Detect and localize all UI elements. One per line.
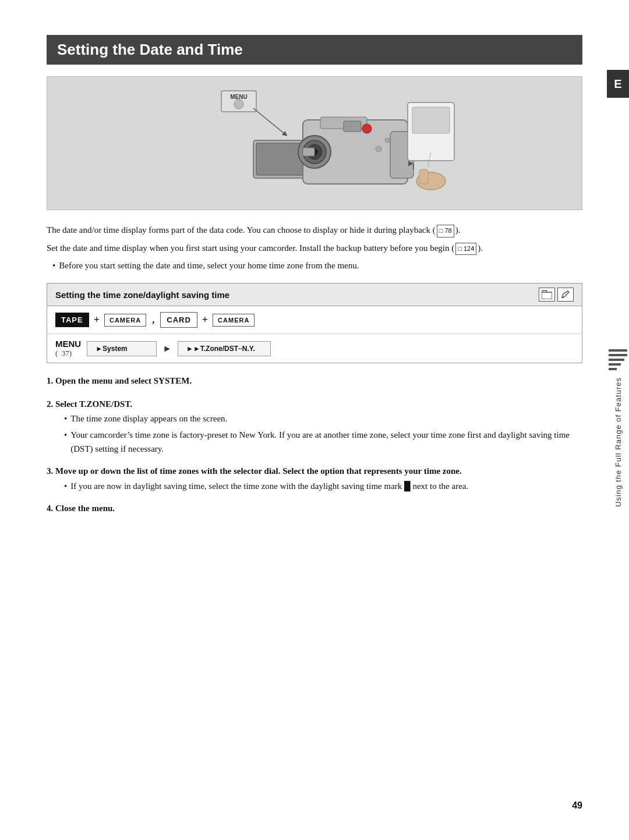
svg-point-16 <box>385 138 390 143</box>
camera-badge-2: CAMERA <box>213 314 255 327</box>
menu-bold-label: MENU <box>55 339 81 349</box>
subsection-box: Setting the time zone/daylight saving ti… <box>47 283 582 363</box>
card-badge: CARD <box>160 312 197 328</box>
menu-ref-text: ( 37) <box>55 349 81 358</box>
arrow-icon: ► <box>162 343 172 354</box>
bullet-dot: • <box>64 428 67 456</box>
menu-label-area: MENU ( 37) <box>55 339 81 358</box>
svg-point-2 <box>234 100 243 109</box>
step-1-text: 1. Open the menu and select SYSTEM. <box>47 374 582 389</box>
subsection-title-bar: Setting the time zone/daylight saving ti… <box>47 283 582 306</box>
folder-icon <box>539 288 555 302</box>
svg-line-27 <box>562 297 564 298</box>
step-1: 1. Open the menu and select SYSTEM. <box>47 374 582 389</box>
step-4: 4. Close the menu. <box>47 501 582 516</box>
section-title: Setting the Date and Time <box>47 35 582 65</box>
step-4-text: 4. Close the menu. <box>47 501 582 516</box>
step-2-bullet-2: • Your camcorder’s time zone is factory-… <box>64 428 582 456</box>
svg-rect-14 <box>344 121 361 132</box>
menu-row: MENU ( 37) ►System ► ►►T.Zone/DST··N.Y. <box>47 334 582 363</box>
system-menu-box: ►System <box>87 341 157 356</box>
tape-badge: TAPE <box>55 313 89 327</box>
description-block: The date and/or time display forms part … <box>47 223 582 272</box>
svg-point-13 <box>362 124 372 133</box>
description-para1: The date and/or time display forms part … <box>47 223 582 238</box>
svg-rect-21 <box>419 169 428 184</box>
description-bullet: • Before you start setting the date and … <box>52 258 582 272</box>
svg-rect-26 <box>542 292 552 299</box>
bullet-dot: • <box>52 258 55 272</box>
tape-card-row: TAPE + CAMERA , CARD + CAMERA <box>47 306 582 334</box>
svg-line-3 <box>253 108 285 134</box>
step-2-text: 2. Select T.ZONE/DST. <box>47 397 582 412</box>
plus-sign-2: + <box>202 314 208 326</box>
step-2-bullet-1: • The time zone display appears on the s… <box>64 412 582 426</box>
svg-rect-5 <box>256 143 303 175</box>
step-3-text: 3. Move up or down the list of time zone… <box>47 464 582 479</box>
bullet-dot: • <box>64 412 67 426</box>
subsection-icons <box>539 288 574 302</box>
ref-124: □ 124 <box>455 243 476 256</box>
svg-text:MENU: MENU <box>230 94 247 100</box>
step-3-bullet-1: • If you are now in daylight saving time… <box>64 479 582 493</box>
page-number: 49 <box>572 800 582 811</box>
description-para2: Set the date and time display when you f… <box>47 241 582 256</box>
camera-badge-1: CAMERA <box>104 314 146 327</box>
svg-rect-19 <box>412 107 450 133</box>
svg-rect-17 <box>303 148 314 156</box>
step-2: 2. Select T.ZONE/DST. • The time zone di… <box>47 397 582 456</box>
pen-icon <box>557 288 574 302</box>
subsection-title-text: Setting the time zone/daylight saving ti… <box>55 290 229 300</box>
comma-separator: , <box>152 315 154 325</box>
ref-78: □ 78 <box>437 225 454 238</box>
svg-point-15 <box>376 146 381 152</box>
steps-block: 1. Open the menu and select SYSTEM. 2. S… <box>47 374 582 516</box>
camera-image-area: MENU <box>47 76 582 210</box>
plus-sign-1: + <box>94 314 100 326</box>
bullet-dot: • <box>64 479 67 493</box>
tzone-menu-box: ►►T.Zone/DST··N.Y. <box>178 341 271 356</box>
page-content: Setting the Date and Time MENU <box>0 0 629 840</box>
step-3: 3. Move up or down the list of time zone… <box>47 464 582 493</box>
camcorder-illustration: MENU <box>163 85 466 201</box>
